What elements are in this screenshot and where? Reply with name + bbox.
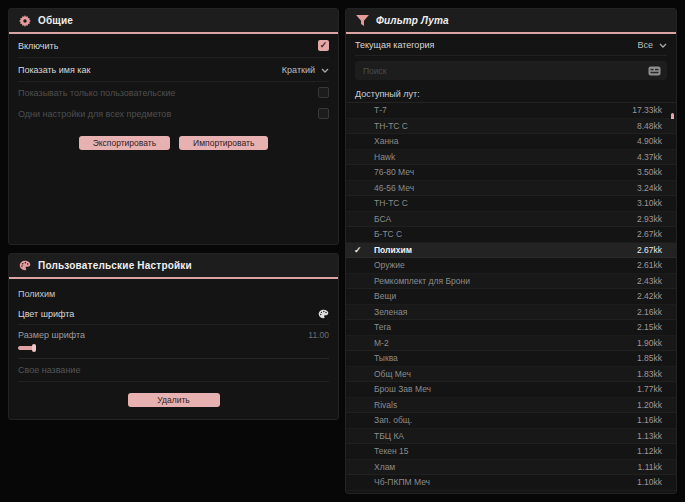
loot-item-row[interactable]: Текен 151.12kk xyxy=(346,444,676,460)
loot-item-row[interactable]: Ханна4.90kk xyxy=(346,134,676,150)
font-size-value: 11.00 xyxy=(308,330,329,340)
loot-item-row[interactable]: Брош Зав Меч1.77kk xyxy=(346,382,676,398)
loot-item-name: Вещи xyxy=(374,291,396,301)
search-input[interactable] xyxy=(361,65,642,77)
import-button[interactable]: Импортировать xyxy=(179,136,268,150)
loot-item-value: 1.77kk xyxy=(637,384,662,394)
loot-item-row[interactable]: Тыква1.85kk xyxy=(346,351,676,367)
loot-item-name: 46-56 Меч xyxy=(374,183,414,193)
search-settings-icon[interactable] xyxy=(648,66,661,76)
palette-icon xyxy=(19,260,31,271)
selected-item-name: Полихим xyxy=(18,287,329,301)
category-row: Текущая категория Все xyxy=(355,34,667,56)
loot-item-row[interactable]: ТН-ТС С3.10kk xyxy=(346,196,676,212)
general-settings-panel: Общие Включить ✓ Показать имя как Кратки… xyxy=(8,8,339,245)
show-name-select[interactable]: Краткий xyxy=(282,65,329,75)
loot-item-row[interactable]: БСА2.93kk xyxy=(346,212,676,228)
loot-item-value: 2.16kk xyxy=(637,307,662,317)
loot-item-name: ТБЦ КА xyxy=(374,431,404,441)
check-icon: ✓ xyxy=(354,245,362,255)
font-color-row[interactable]: Цвет шрифта xyxy=(18,303,329,325)
loot-item-row[interactable]: Rivals1.20kk xyxy=(346,398,676,414)
loot-item-row[interactable]: Hawk4.37kk xyxy=(346,150,676,166)
loot-item-row[interactable]: Тега2.15kk xyxy=(346,320,676,336)
gear-icon xyxy=(19,15,31,27)
loot-item-value: 2.67kk xyxy=(637,229,662,239)
loot-item-row[interactable]: Чб-ПКПМ Меч1.10kk xyxy=(346,475,676,491)
loot-item-value: 1.83kk xyxy=(637,369,662,379)
loot-item-row[interactable]: Общ Меч1.83kk xyxy=(346,367,676,383)
loot-item-value: 1.11kk xyxy=(638,462,662,472)
loot-item-value: 1.16kk xyxy=(637,415,662,425)
same-settings-label: Одни настройки для всех предметов xyxy=(18,109,171,119)
loot-item-value: 17.33kk xyxy=(632,105,662,115)
loot-item-value: 2.42kk xyxy=(637,291,662,301)
loot-item-value: 2.67kk xyxy=(637,245,662,255)
loot-item-row[interactable]: 46-56 Меч3.24kk xyxy=(346,181,676,197)
chevron-down-icon xyxy=(321,68,329,73)
loot-item-row[interactable]: Оружие2.61kk xyxy=(346,258,676,274)
loot-item-row[interactable]: ✓Полихим2.67kk xyxy=(346,243,676,259)
loot-item-value: 4.37kk xyxy=(637,152,662,162)
user-settings-panel-title: Пользовательские Настройки xyxy=(38,260,192,271)
loot-item-value: 1.13kk xyxy=(637,431,662,441)
loot-list: Т-717.33kkТН-ТС С8.48kkХанна4.90kkHawk4.… xyxy=(346,102,676,491)
loot-item-row[interactable]: ТН-ТС С8.48kk xyxy=(346,119,676,135)
loot-item-value: 1.12kk xyxy=(637,446,662,456)
loot-item-name: Т-7 xyxy=(374,105,387,115)
loot-item-name: Тыква xyxy=(374,353,398,363)
loot-item-name: Ханна xyxy=(374,136,399,146)
font-color-label: Цвет шрифта xyxy=(18,309,74,319)
loot-item-name: ТН-ТС С xyxy=(374,121,408,131)
loot-item-row[interactable]: М-21.90kk xyxy=(346,336,676,352)
user-settings-panel-header: Пользовательские Настройки xyxy=(9,254,338,279)
loot-item-name: Rivals xyxy=(374,400,397,410)
delete-button[interactable]: Удалить xyxy=(128,393,220,407)
loot-item-row[interactable]: Вещи2.42kk xyxy=(346,289,676,305)
category-select[interactable]: Все xyxy=(637,40,667,50)
font-size-label: Размер шрифта xyxy=(18,330,85,340)
loot-item-value: 1.10kk xyxy=(637,477,662,487)
loot-item-row[interactable]: ТБЦ КА1.13kk xyxy=(346,429,676,445)
loot-item-row[interactable]: 76-80 Меч3.50kk xyxy=(346,165,676,181)
funnel-icon xyxy=(356,15,369,26)
font-size-row: Размер шрифта 11.00 xyxy=(18,325,329,359)
loot-item-name: БСА xyxy=(374,214,391,224)
loot-item-row[interactable]: Хлам1.11kk xyxy=(346,460,676,476)
only-custom-checkbox xyxy=(318,87,329,98)
font-size-slider[interactable] xyxy=(18,344,329,352)
loot-item-name: Общ Меч xyxy=(374,369,411,379)
loot-filter-panel-header: Фильтр Лута xyxy=(346,9,676,34)
loot-item-value: 2.15kk xyxy=(637,322,662,332)
available-loot-label: Доступный лут: xyxy=(355,85,667,102)
show-name-label: Показать имя как xyxy=(18,65,90,75)
export-button[interactable]: Экспортировать xyxy=(79,136,170,150)
loot-item-row[interactable]: Б-ТС С2.67kk xyxy=(346,227,676,243)
category-value: Все xyxy=(637,40,653,50)
loot-item-value: 8.48kk xyxy=(637,121,662,131)
show-name-value: Краткий xyxy=(282,65,315,75)
enable-checkbox[interactable]: ✓ xyxy=(318,40,329,51)
category-label: Текущая категория xyxy=(355,40,434,50)
loot-item-value: 4.90kk xyxy=(637,136,662,146)
loot-item-row[interactable]: Зап. общ.1.16kk xyxy=(346,413,676,429)
loot-filter-panel: Фильтр Лута Текущая категория Все Доступ… xyxy=(345,8,677,494)
loot-item-name: Тега xyxy=(374,322,391,332)
loot-item-value: 1.90kk xyxy=(637,338,662,348)
loot-item-row[interactable]: Ремкомплект для Брони2.43kk xyxy=(346,274,676,290)
loot-item-name: Хлам xyxy=(374,462,395,472)
loot-item-row[interactable]: Т-717.33kk xyxy=(346,103,676,119)
loot-item-value: 1.85kk xyxy=(637,353,662,363)
loot-item-value: 2.93kk xyxy=(637,214,662,224)
loot-item-name: Полихим xyxy=(374,245,412,255)
enable-row: Включить ✓ xyxy=(18,34,329,58)
loot-item-name: Ремкомплект для Брони xyxy=(374,276,470,286)
color-picker-icon[interactable] xyxy=(318,309,329,319)
loot-item-row[interactable]: Зеленая2.16kk xyxy=(346,305,676,321)
custom-name-input[interactable] xyxy=(18,365,329,375)
loot-item-value: 3.50kk xyxy=(637,167,662,177)
general-panel-header: Общие xyxy=(9,9,338,34)
slider-handle[interactable] xyxy=(32,344,36,352)
loot-item-name: ТН-ТС С xyxy=(374,198,408,208)
loot-item-name: Чб-ПКПМ Меч xyxy=(374,477,430,487)
